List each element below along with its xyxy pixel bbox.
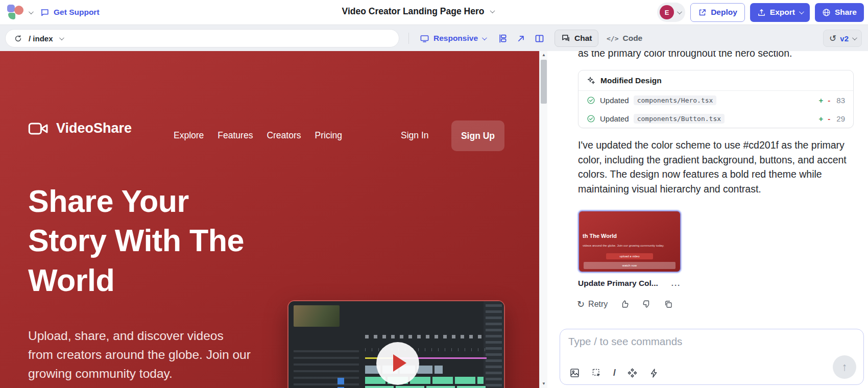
chevron-down-icon — [852, 35, 857, 40]
nav-link-pricing[interactable]: Pricing — [315, 130, 343, 141]
thumbs-down-button[interactable] — [642, 299, 652, 309]
copy-icon — [664, 300, 673, 309]
tab-chat[interactable]: Chat — [554, 30, 598, 47]
split-view-button[interactable] — [534, 33, 545, 44]
arrow-up-right-icon — [516, 33, 526, 44]
select-area-icon — [591, 368, 602, 378]
integrations-button[interactable] — [627, 368, 638, 378]
share-label: Share — [835, 8, 857, 17]
lightning-icon — [649, 368, 659, 378]
check-circle-icon — [587, 114, 595, 123]
scrollbar-thumb[interactable] — [541, 60, 547, 104]
monitor-icon — [420, 34, 429, 43]
nav-link-features[interactable]: Features — [218, 130, 253, 141]
video-camera-icon — [28, 121, 49, 136]
get-support-label: Get Support — [54, 8, 100, 17]
export-button[interactable]: Export — [750, 3, 810, 22]
thumbs-down-icon — [642, 299, 652, 309]
site-brand[interactable]: VideoShare — [28, 120, 132, 136]
thumbs-up-button[interactable] — [620, 299, 630, 309]
copy-button[interactable] — [664, 300, 673, 309]
play-button[interactable] — [376, 342, 419, 385]
slash-command-button[interactable]: / — [613, 368, 616, 378]
device-mode-label: Responsive — [433, 34, 478, 43]
retry-button[interactable]: ↻ Retry — [577, 300, 608, 309]
send-button[interactable]: ↑ — [833, 355, 856, 379]
deploy-button[interactable]: Deploy — [690, 3, 745, 22]
retry-label: Retry — [588, 300, 608, 309]
image-icon — [569, 368, 580, 378]
hero-description: Upload, share, and discover videos from … — [28, 327, 252, 383]
share-button[interactable]: Share — [815, 3, 864, 22]
sign-up-button[interactable]: Sign Up — [451, 120, 504, 151]
assistant-message: I've updated the color scheme to use #cd… — [578, 138, 862, 196]
sign-in-link[interactable]: Sign In — [401, 130, 428, 141]
page-title: Video Creator Landing Page Hero — [342, 6, 485, 17]
preview-scrollbar[interactable]: ▲ ▼ — [539, 51, 547, 388]
nav-link-creators[interactable]: Creators — [267, 130, 301, 141]
hero-video-player[interactable] — [287, 300, 505, 388]
check-circle-icon — [587, 96, 595, 105]
file-change-row: Updated components/Hero.tsx + - 83 — [578, 91, 853, 109]
modified-design-card: Modified Design Updated components/Hero.… — [578, 70, 854, 128]
diff-minus: - — [828, 114, 830, 123]
hero-heading: Share Your Story With The World — [28, 182, 258, 300]
sparkle-icon — [587, 76, 595, 85]
site-nav: Explore Features Creators Pricing — [174, 130, 342, 141]
scroll-down-arrow[interactable]: ▼ — [540, 380, 548, 387]
nav-link-explore[interactable]: Explore — [174, 130, 204, 141]
select-element-button[interactable] — [591, 368, 602, 378]
mini-heading: th The World — [583, 233, 617, 239]
url-path: / index — [29, 34, 53, 43]
diff-minus: - — [828, 96, 830, 105]
project-title-menu[interactable]: Video Creator Landing Page Hero — [342, 6, 494, 17]
export-label: Export — [770, 8, 795, 17]
split-columns-icon — [534, 33, 545, 44]
external-link-icon — [698, 8, 707, 17]
component-tree-button[interactable] — [497, 33, 508, 44]
logo-shape-blue — [7, 5, 15, 12]
chat-bubble-icon — [40, 8, 50, 17]
toolbar-divider — [408, 33, 409, 44]
version-label-row: Update Primary Col... ... — [578, 279, 681, 288]
scroll-up-arrow[interactable]: ▲ — [540, 52, 548, 59]
file-action: Updated — [600, 96, 629, 105]
version-label[interactable]: Update Primary Col... — [578, 279, 658, 288]
chevron-down-icon — [490, 8, 495, 13]
site-brand-label: VideoShare — [56, 120, 132, 136]
retry-icon: ↻ — [577, 300, 585, 309]
video-still — [288, 301, 504, 388]
account-menu[interactable]: E — [657, 3, 685, 22]
url-bar[interactable]: / index — [5, 29, 399, 47]
chevron-down-icon — [799, 9, 804, 14]
chevron-down-icon[interactable] — [59, 35, 64, 40]
get-support-button[interactable]: Get Support — [40, 5, 100, 19]
chat-panel: as the primary color throughout the hero… — [547, 51, 868, 388]
avatar: E — [660, 5, 674, 19]
open-in-new-window-button[interactable] — [516, 33, 526, 44]
toolbar: / index Responsive Chat </> Code ↺ v2 — [0, 25, 868, 51]
chevron-down-icon[interactable] — [29, 9, 34, 14]
version-thumbnail[interactable]: th The World videos around the globe. Jo… — [578, 210, 681, 273]
history-icon: ↺ — [829, 34, 836, 43]
component-icon — [497, 33, 508, 44]
version-selector[interactable]: ↺ v2 — [823, 30, 862, 47]
code-icon: </> — [607, 35, 618, 42]
tab-code-label: Code — [622, 34, 642, 43]
version-label: v2 — [840, 34, 849, 43]
device-mode-dropdown[interactable]: Responsive — [420, 30, 486, 46]
app-logo[interactable] — [6, 4, 26, 21]
more-options-icon[interactable]: ... — [671, 282, 681, 285]
chat-input[interactable] — [568, 335, 834, 348]
diff-count: 83 — [836, 96, 845, 105]
message-actions: ↻ Retry — [577, 299, 673, 309]
chevron-down-icon — [482, 35, 487, 40]
refresh-icon[interactable] — [14, 34, 22, 43]
quick-actions-button[interactable] — [649, 368, 659, 378]
attach-image-button[interactable] — [569, 368, 580, 378]
file-change-row: Updated components/Button.tsx + - 29 — [578, 109, 853, 128]
tab-code[interactable]: </> Code — [602, 30, 646, 47]
topbar: Get Support Video Creator Landing Page H… — [0, 0, 868, 25]
assistant-message-clipped: as the primary color throughout the hero… — [578, 51, 864, 59]
chat-input-box: / ↑ — [560, 329, 864, 385]
